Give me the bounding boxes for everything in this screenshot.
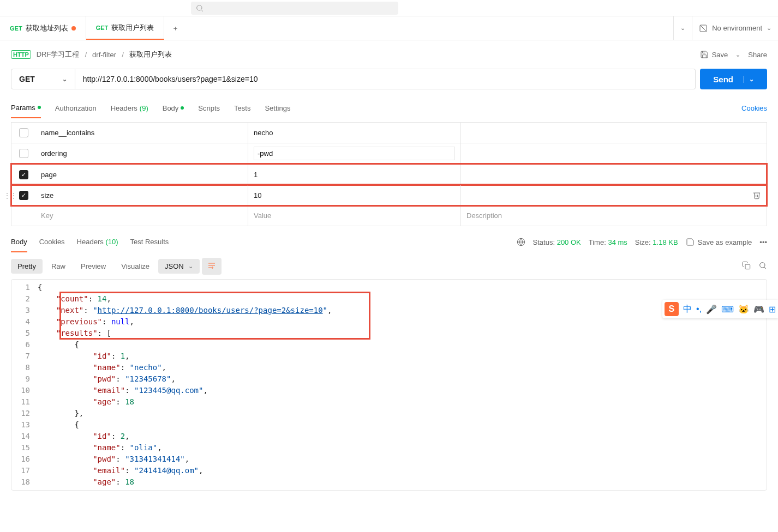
param-checkbox[interactable] bbox=[19, 149, 28, 158]
svg-point-0 bbox=[197, 5, 202, 10]
http-badge-icon: HTTP bbox=[11, 50, 31, 59]
search-response-button[interactable] bbox=[758, 261, 767, 272]
param-value[interactable] bbox=[248, 143, 461, 164]
tab-authorization[interactable]: Authorization bbox=[55, 98, 97, 118]
method-select[interactable]: GET ⌄ bbox=[11, 69, 75, 89]
code-line: 18 "age": 18 bbox=[11, 476, 767, 488]
environment-selector[interactable]: No environment ⌄ bbox=[692, 16, 778, 40]
code-line: 5 "results": [ bbox=[11, 328, 767, 339]
param-row: ordering bbox=[11, 143, 767, 164]
save-dropdown[interactable]: ⌄ bbox=[735, 51, 740, 58]
emoji-icon[interactable]: 🐱 bbox=[738, 304, 749, 315]
ime-punct[interactable]: •, bbox=[696, 304, 702, 314]
modified-dot-icon bbox=[71, 26, 76, 31]
svg-point-9 bbox=[760, 262, 765, 267]
keyboard-icon[interactable]: ⌨ bbox=[721, 304, 734, 315]
param-key-placeholder[interactable]: Key bbox=[35, 205, 248, 226]
save-button[interactable]: Save bbox=[700, 50, 728, 59]
tab-scripts[interactable]: Scripts bbox=[198, 98, 220, 118]
ime-mode[interactable]: 中 bbox=[683, 304, 692, 315]
send-label: Send bbox=[713, 75, 733, 84]
breadcrumb-workspace[interactable]: DRF学习工程 bbox=[37, 50, 80, 59]
drag-handle-icon[interactable]: ⋮⋮ bbox=[4, 192, 17, 200]
resp-tab-cookies[interactable]: Cookies bbox=[39, 232, 65, 252]
resp-tab-headers[interactable]: Headers (10) bbox=[77, 232, 118, 252]
param-value-placeholder[interactable]: Value bbox=[248, 205, 461, 226]
view-preview-button[interactable]: Preview bbox=[74, 259, 112, 274]
param-desc[interactable] bbox=[461, 123, 767, 143]
tab-request-1[interactable]: GET 获取地址列表 bbox=[0, 16, 86, 40]
tab-tests[interactable]: Tests bbox=[234, 98, 250, 118]
tab-body[interactable]: Body bbox=[163, 98, 184, 118]
view-raw-button[interactable]: Raw bbox=[45, 259, 72, 274]
response-meta: Status: 200 OK Time: 34 ms Size: 1.18 KB… bbox=[517, 238, 767, 246]
active-dot-icon bbox=[181, 106, 184, 110]
tab-settings[interactable]: Settings bbox=[265, 98, 290, 118]
breadcrumb-collection[interactable]: drf-filter bbox=[92, 51, 116, 59]
add-tab-button[interactable]: ＋ bbox=[164, 16, 187, 40]
url-input[interactable] bbox=[75, 69, 696, 89]
param-row-new[interactable]: Key Value Description bbox=[11, 205, 767, 226]
param-desc[interactable] bbox=[461, 143, 767, 164]
tab-method: GET bbox=[10, 25, 22, 32]
resp-tab-test-results[interactable]: Test Results bbox=[130, 232, 169, 252]
share-button[interactable]: Share bbox=[748, 51, 767, 59]
param-value-input[interactable] bbox=[254, 147, 455, 160]
save-example-button[interactable]: Save as example bbox=[686, 238, 752, 246]
body-controls: Pretty Raw Preview Visualize JSON ⌄ bbox=[0, 253, 778, 279]
param-desc[interactable] bbox=[461, 164, 767, 185]
more-options-button[interactable]: ••• bbox=[759, 238, 767, 246]
globe-icon[interactable] bbox=[517, 238, 525, 246]
breadcrumb: HTTP DRF学习工程 / drf-filter / 获取用户列表 bbox=[11, 50, 172, 59]
tab-params[interactable]: Params bbox=[11, 98, 41, 118]
tab-request-2[interactable]: GET 获取用户列表 bbox=[86, 16, 165, 40]
code-line: 17 "email": "241414@qq.om", bbox=[11, 465, 767, 476]
tabs-overflow[interactable]: ⌄ bbox=[673, 16, 692, 40]
ime-toolbar[interactable]: S 中 •, 🎤 ⌨ 🐱 🎮 ⊞ bbox=[662, 300, 778, 318]
param-desc[interactable] bbox=[461, 185, 767, 205]
params-table: name__icontains necho ordering ✓ page 1 … bbox=[11, 122, 767, 226]
mic-icon[interactable]: 🎤 bbox=[706, 304, 717, 315]
method-value: GET bbox=[19, 75, 35, 83]
param-key[interactable]: page bbox=[35, 164, 248, 185]
param-value[interactable]: 10 bbox=[248, 185, 461, 205]
env-label: No environment bbox=[712, 24, 762, 32]
send-dropdown-icon[interactable]: ⌄ bbox=[743, 76, 754, 83]
response-body[interactable]: 1{2 "count": 14,3 "next": "http://127.0.… bbox=[11, 279, 767, 491]
breadcrumb-row: HTTP DRF学习工程 / drf-filter / 获取用户列表 Save … bbox=[0, 40, 778, 69]
delete-param-button[interactable] bbox=[752, 191, 761, 201]
param-key[interactable]: name__icontains bbox=[35, 123, 248, 143]
code-line: 4 "previous": null, bbox=[11, 316, 767, 328]
view-pretty-button[interactable]: Pretty bbox=[11, 259, 43, 274]
tab-method: GET bbox=[96, 25, 109, 31]
game-icon[interactable]: 🎮 bbox=[753, 304, 764, 315]
param-checkbox[interactable]: ✓ bbox=[19, 191, 28, 200]
param-row: ⋮⋮ ✓ size 10 bbox=[11, 185, 767, 205]
param-checkbox[interactable]: ✓ bbox=[19, 170, 28, 179]
param-value[interactable]: necho bbox=[248, 123, 461, 143]
svg-line-10 bbox=[764, 267, 766, 269]
param-desc-placeholder[interactable]: Description bbox=[461, 205, 767, 226]
save-label: Save bbox=[712, 51, 728, 59]
code-line: 15 "name": "olia", bbox=[11, 442, 767, 454]
tab-headers[interactable]: Headers (9) bbox=[111, 98, 148, 118]
view-visualize-button[interactable]: Visualize bbox=[115, 259, 156, 274]
tab-label: 获取用户列表 bbox=[111, 23, 154, 33]
param-value[interactable]: 1 bbox=[248, 164, 461, 185]
grid-icon[interactable]: ⊞ bbox=[769, 304, 776, 315]
tab-label: 获取地址列表 bbox=[26, 23, 68, 33]
resp-tab-body[interactable]: Body bbox=[11, 232, 27, 252]
copy-button[interactable] bbox=[742, 261, 751, 272]
format-select[interactable]: JSON ⌄ bbox=[158, 259, 200, 274]
cookies-link[interactable]: Cookies bbox=[741, 104, 767, 112]
param-key[interactable]: ordering bbox=[35, 143, 248, 164]
wrap-lines-button[interactable] bbox=[202, 258, 222, 275]
param-checkbox[interactable] bbox=[19, 128, 28, 137]
param-key[interactable]: size bbox=[35, 185, 248, 205]
chevron-down-icon: ⌄ bbox=[62, 76, 67, 83]
code-line: 9 "pwd": "12345678", bbox=[11, 373, 767, 385]
send-button[interactable]: Send ⌄ bbox=[700, 69, 767, 89]
global-search[interactable] bbox=[191, 2, 398, 15]
param-row: ✓ page 1 bbox=[11, 164, 767, 185]
request-tabs-row: Params Authorization Headers (9) Body Sc… bbox=[0, 97, 778, 119]
